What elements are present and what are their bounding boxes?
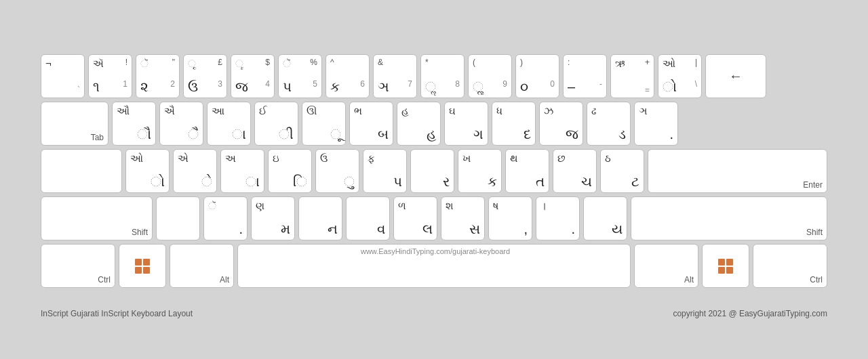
key-k[interactable]: ખ ક — [458, 149, 502, 193]
key-c[interactable]: ન — [298, 196, 342, 240]
ctrl-right-label: Ctrl — [810, 275, 823, 284]
space-url: www.EasyHindiTyping.com/gujarati-keyboar… — [245, 247, 626, 258]
shift-left-label: Shift — [132, 228, 148, 237]
tab-label: Tab — [91, 133, 104, 142]
key-shift-right[interactable]: Shift — [631, 196, 827, 240]
key-ctrl-left[interactable]: Ctrl — [41, 244, 115, 288]
footer-left: InScript Gujarati InScript Keyboard Layo… — [41, 309, 193, 318]
key-comma[interactable]: । . — [536, 196, 580, 240]
win-right-icon — [718, 259, 733, 274]
footer: InScript Gujarati InScript Keyboard Layo… — [20, 309, 848, 318]
key-g[interactable]: ઉ ુ — [315, 149, 359, 193]
key-alt-left[interactable]: Alt — [170, 244, 234, 288]
key-space[interactable]: www.EasyHindiTyping.com/gujarati-keyboar… — [237, 244, 631, 288]
key-e[interactable]: આ ા — [207, 102, 251, 146]
key-7[interactable]: & ઞ7 — [373, 54, 417, 98]
key-alt-right[interactable]: Alt — [634, 244, 698, 288]
key-win-right[interactable] — [702, 244, 749, 288]
alt-left-label: Alt — [220, 275, 229, 284]
key-s[interactable]: એ ે — [173, 149, 217, 193]
key-lbracket[interactable]: ઢ ડ — [587, 102, 631, 146]
key-backslash[interactable]: ઓ| ો\ — [658, 54, 702, 98]
ctrl-left-label: Ctrl — [98, 275, 111, 284]
key-b[interactable]: ળ લ — [393, 196, 437, 240]
key-i[interactable]: ઘ ગ — [444, 102, 488, 146]
key-q[interactable]: ઔ ૌ — [112, 102, 156, 146]
key-2[interactable]: ૅ" ૨2 — [136, 54, 180, 98]
key-r[interactable]: ઈ ી — [254, 102, 298, 146]
key-t[interactable]: ઊ ૂ — [302, 102, 346, 146]
key-f[interactable]: ઇ િ — [268, 149, 312, 193]
key-h[interactable]: ફ પ — [363, 149, 407, 193]
row-shift: Shift ૅ . ણ મ ન — [41, 196, 827, 240]
key-x[interactable]: ણ મ — [251, 196, 295, 240]
key-8[interactable]: * ૢ8 — [420, 54, 465, 98]
key-j[interactable]: ર — [410, 149, 454, 193]
key-4[interactable]: ૄ$ જ4 — [231, 54, 275, 98]
key-semicolon[interactable]: છ ચ — [553, 149, 597, 193]
key-d[interactable]: અ ા — [220, 149, 264, 193]
key-capslock[interactable] — [41, 149, 122, 193]
key-1[interactable]: ઍ! ૧1 — [88, 54, 132, 98]
row-number: ¬ ` ઍ! ૧1 ૅ" ૨2 ૃ£ ઉ3 ૄ$ જ4 — [41, 54, 827, 98]
backspace-icon: ← — [710, 58, 762, 95]
key-v[interactable]: વ — [346, 196, 390, 240]
key-5[interactable]: ૅ% પ5 — [278, 54, 322, 98]
key-p[interactable]: ઝ જ — [539, 102, 583, 146]
row-qwerty: Tab ઔ ૌ ઐ ૈ આ ા ઈ ી — [41, 102, 827, 146]
shift-right-label: Shift — [806, 228, 823, 237]
key-l[interactable]: થ ત — [505, 149, 549, 193]
row-asdf: ઓ ો એ ે અ ા ઇ િ ઉ ુ — [41, 149, 827, 193]
key-backtick[interactable]: ¬ ` — [41, 54, 85, 98]
key-o[interactable]: ધ દ — [492, 102, 536, 146]
key-backspace[interactable]: ← — [705, 54, 766, 98]
key-m[interactable]: ષ , — [488, 196, 532, 240]
key-equals[interactable]: ઋ+ = — [610, 54, 654, 98]
win-left-icon — [135, 259, 150, 274]
key-minus[interactable]: : –- — [563, 54, 607, 98]
key-w[interactable]: ઐ ૈ — [159, 102, 203, 146]
key-u[interactable]: હ હ — [397, 102, 441, 146]
key-6[interactable]: ^ ક6 — [326, 54, 370, 98]
key-rbracket[interactable]: ઞ . — [634, 102, 678, 146]
key-n[interactable]: શ સ — [441, 196, 485, 240]
key-9[interactable]: ( ૣ9 — [468, 54, 512, 98]
footer-right: copyright 2021 @ EasyGujaratiTyping.com — [673, 309, 827, 318]
key-extra[interactable] — [156, 196, 200, 240]
row-bottom: Ctrl Alt www.EasyHindiTyping.com/gujarat… — [41, 244, 827, 288]
key-quote[interactable]: ઠ ટ — [600, 149, 644, 193]
key-3[interactable]: ૃ£ ઉ3 — [183, 54, 227, 98]
key-shift-left[interactable]: Shift — [41, 196, 153, 240]
key-enter[interactable]: Enter — [648, 149, 827, 193]
enter-label: Enter — [803, 180, 823, 190]
key-ctrl-right[interactable]: Ctrl — [753, 244, 827, 288]
key-period[interactable]: ય — [583, 196, 627, 240]
keyboard: ¬ ` ઍ! ૧1 ૅ" ૨2 ૃ£ ઉ3 ૄ$ જ4 — [20, 41, 848, 305]
key-y[interactable]: ભ બ — [349, 102, 393, 146]
alt-right-label: Alt — [684, 275, 694, 284]
key-z[interactable]: ૅ . — [203, 196, 248, 240]
key-win-left[interactable] — [119, 244, 166, 288]
key-a[interactable]: ઓ ો — [125, 149, 170, 193]
key-0[interactable]: ) ૦0 — [515, 54, 559, 98]
key-tab[interactable]: Tab — [41, 102, 108, 146]
